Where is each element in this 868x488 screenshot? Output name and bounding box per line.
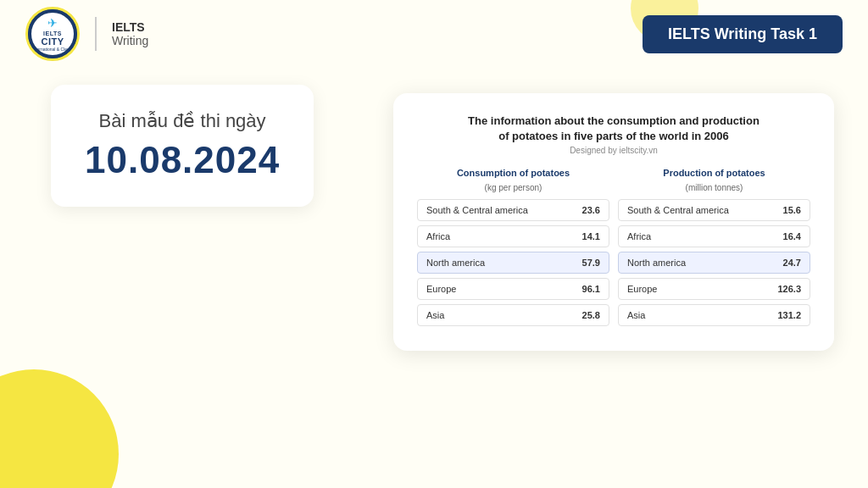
logo-text-sub: International & Clever: [32, 47, 73, 52]
logo-text-city: CITY: [41, 36, 64, 47]
table-row: Africa16.4: [618, 225, 810, 247]
header: ✈ IELTS CITY International & Clever IELT…: [0, 0, 868, 68]
row-region-label: North america: [627, 258, 686, 268]
table-row: North america57.9: [417, 252, 609, 274]
left-section: Bài mẫu đề thi ngày 10.08.2024: [51, 85, 348, 207]
row-production-value: 126.3: [777, 284, 801, 294]
row-consumption-value: 14.1: [582, 231, 600, 241]
table-row: Europe126.3: [618, 278, 810, 300]
logo-area: ✈ IELTS CITY International & Clever IELT…: [25, 7, 148, 61]
consumption-rows: South & Central america23.6Africa14.1Nor…: [417, 199, 609, 326]
table-columns: Consumption of potatoes (kg per person) …: [417, 167, 810, 330]
row-region-label: North america: [426, 258, 485, 268]
row-production-value: 131.2: [777, 310, 801, 320]
row-region-label: Africa: [627, 231, 651, 241]
row-production-value: 15.6: [783, 205, 801, 215]
table-row: Asia131.2: [618, 304, 810, 326]
table-row: South & Central america23.6: [417, 199, 609, 221]
table-row: Asia25.8: [417, 304, 609, 326]
table-designed-by: Designed by ieltscity.vn: [417, 146, 810, 155]
row-production-value: 24.7: [783, 258, 801, 268]
logo-badge: ✈ IELTS CITY International & Clever: [25, 7, 80, 61]
row-region-label: South & Central america: [426, 205, 528, 215]
table-title-line1: The information about the consumption an…: [468, 114, 760, 127]
date-value: 10.08.2024: [85, 139, 280, 181]
table-row: North america24.7: [618, 252, 810, 274]
row-region-label: Asia: [426, 310, 444, 320]
table-row: South & Central america15.6: [618, 199, 810, 221]
row-consumption-value: 57.9: [582, 258, 600, 268]
row-region-label: Africa: [426, 231, 450, 241]
bg-decoration-circle-left: [0, 369, 119, 488]
row-consumption-value: 23.6: [582, 205, 600, 215]
row-region-label: South & Central america: [627, 205, 729, 215]
row-consumption-value: 96.1: [582, 284, 600, 294]
table-row: Africa14.1: [417, 225, 609, 247]
production-unit: (million tonnes): [618, 183, 810, 192]
header-badge-label: IELTS Writing Task 1: [668, 25, 817, 42]
table-row: Europe96.1: [417, 278, 609, 300]
row-production-value: 16.4: [783, 231, 801, 241]
table-title: The information about the consumption an…: [417, 114, 810, 144]
consumption-header: Consumption of potatoes: [417, 167, 609, 179]
date-label: Bài mẫu đề thi ngày: [85, 110, 280, 132]
header-badge: IELTS Writing Task 1: [643, 15, 843, 53]
row-consumption-value: 25.8: [582, 310, 600, 320]
logo-divider: [95, 17, 97, 51]
row-region-label: Europe: [627, 284, 657, 294]
logo-icon: ✈: [47, 16, 58, 30]
logo-text-ielts: IELTS: [43, 30, 62, 36]
row-region-label: Asia: [627, 310, 645, 320]
consumption-column: Consumption of potatoes (kg per person) …: [417, 167, 609, 330]
table-card: The information about the consumption an…: [393, 93, 834, 351]
table-title-line2: of potatoes in five parts of the world i…: [498, 130, 729, 142]
consumption-unit: (kg per person): [417, 183, 609, 192]
production-header: Production of potatoes: [618, 167, 810, 179]
date-card: Bài mẫu đề thi ngày 10.08.2024: [51, 85, 314, 207]
logo-title-top: IELTS: [112, 20, 148, 34]
row-region-label: Europe: [426, 284, 456, 294]
logo-title-bottom: Writing: [112, 34, 148, 47]
logo-title: IELTS Writing: [112, 20, 148, 47]
production-column: Production of potatoes (million tonnes) …: [618, 167, 810, 330]
production-rows: South & Central america15.6Africa16.4Nor…: [618, 199, 810, 326]
